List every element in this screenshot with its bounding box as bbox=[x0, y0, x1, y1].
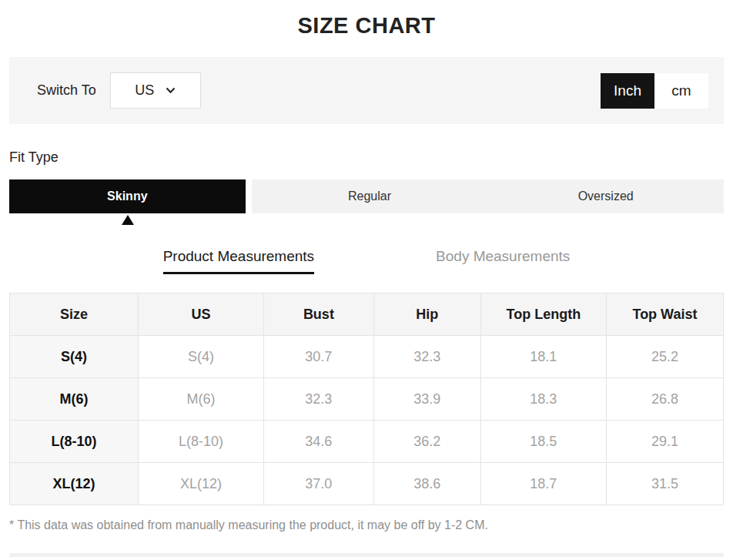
value-cell: 25.2 bbox=[606, 336, 723, 378]
fit-type-label: Fit Type bbox=[9, 149, 724, 166]
value-cell: 37.0 bbox=[264, 463, 374, 505]
table-row: S(4)S(4)30.732.318.125.2 bbox=[10, 336, 724, 378]
size-table: SizeUSBustHipTop LengthTop Waist S(4)S(4… bbox=[9, 293, 724, 505]
value-cell: M(6) bbox=[138, 378, 263, 421]
tab-product-measurements[interactable]: Product Measurements bbox=[163, 248, 314, 274]
size-cell: XL(12) bbox=[10, 463, 139, 505]
measurement-tabs: Product MeasurementsBody Measurements bbox=[9, 248, 724, 274]
unit-button-cm[interactable]: cm bbox=[654, 73, 708, 109]
column-header-size: Size bbox=[10, 293, 139, 336]
size-cell: S(4) bbox=[10, 336, 139, 378]
chevron-down-icon bbox=[166, 87, 176, 94]
size-chart-page: SIZE CHART Switch To US Inchcm Fit Type … bbox=[0, 0, 733, 557]
fit-type-tabs: SkinnyRegularOversized bbox=[9, 179, 724, 213]
region-switch-group: Switch To US bbox=[37, 72, 201, 109]
value-cell: S(4) bbox=[138, 336, 263, 378]
value-cell: 18.7 bbox=[480, 463, 606, 505]
page-title: SIZE CHART bbox=[9, 0, 724, 39]
size-cell: M(6) bbox=[10, 378, 139, 421]
unit-bar: Switch To US Inchcm bbox=[9, 57, 724, 124]
value-cell: 18.5 bbox=[480, 421, 606, 463]
value-cell: 32.3 bbox=[373, 336, 480, 378]
value-cell: 38.6 bbox=[373, 463, 480, 505]
column-header-top-length: Top Length bbox=[480, 293, 606, 336]
table-row: M(6)M(6)32.333.918.326.8 bbox=[10, 378, 724, 421]
value-cell: 36.2 bbox=[373, 421, 480, 463]
table-row: XL(12)XL(12)37.038.618.731.5 bbox=[10, 463, 724, 505]
size-cell: L(8-10) bbox=[10, 421, 139, 463]
region-select[interactable]: US bbox=[110, 72, 201, 109]
value-cell: L(8-10) bbox=[138, 421, 263, 463]
value-cell: 31.5 bbox=[606, 463, 723, 505]
value-cell: 29.1 bbox=[606, 421, 723, 463]
next-section-edge bbox=[9, 553, 724, 557]
switch-to-label: Switch To bbox=[37, 82, 96, 99]
unit-button-inch[interactable]: Inch bbox=[601, 73, 654, 109]
active-tab-pointer-icon bbox=[122, 215, 134, 225]
tab-body-measurements[interactable]: Body Measurements bbox=[436, 248, 570, 274]
column-header-us: US bbox=[138, 293, 263, 336]
footnote: * This data was obtained from manually m… bbox=[9, 518, 724, 532]
fit-tab-oversized[interactable]: Oversized bbox=[487, 179, 724, 213]
value-cell: 26.8 bbox=[606, 378, 723, 421]
region-select-value: US bbox=[135, 82, 154, 99]
column-header-top-waist: Top Waist bbox=[606, 293, 723, 336]
fit-tab-skinny[interactable]: Skinny bbox=[9, 179, 252, 213]
fit-tab-regular[interactable]: Regular bbox=[252, 179, 488, 213]
value-cell: 30.7 bbox=[264, 336, 374, 378]
value-cell: 18.1 bbox=[480, 336, 606, 378]
value-cell: 34.6 bbox=[264, 421, 374, 463]
value-cell: 33.9 bbox=[373, 378, 480, 421]
unit-toggle: Inchcm bbox=[601, 73, 708, 109]
value-cell: 32.3 bbox=[264, 378, 374, 421]
value-cell: 18.3 bbox=[480, 378, 606, 421]
table-header-row: SizeUSBustHipTop LengthTop Waist bbox=[10, 293, 724, 336]
value-cell: XL(12) bbox=[138, 463, 263, 505]
column-header-hip: Hip bbox=[373, 293, 480, 336]
table-row: L(8-10)L(8-10)34.636.218.529.1 bbox=[10, 421, 724, 463]
column-header-bust: Bust bbox=[264, 293, 374, 336]
